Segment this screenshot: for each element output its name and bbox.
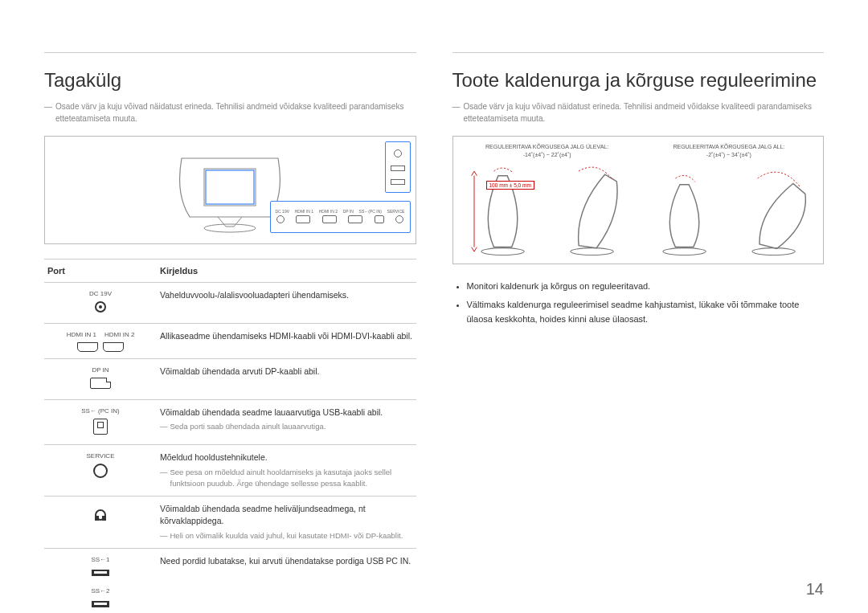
- usb-b-icon: [93, 419, 108, 435]
- table-row: SERVICE Mõeldud hooldustehnikutele. ―See…: [44, 445, 416, 496]
- table-row: SS←1 SS←2 Need pordid lubatakse, kui arv…: [44, 548, 416, 613]
- heading-back: Tagakülg: [44, 69, 416, 92]
- th-port: Port: [44, 260, 157, 283]
- right-column: Toote kaldenurga ja kõrguse reguleerimin…: [452, 52, 825, 613]
- tilt-svg-2: [547, 161, 637, 271]
- heading-tilt: Toote kaldenurga ja kõrguse reguleerimin…: [452, 69, 825, 92]
- left-column: Tagakülg ― Osade värv ja kuju võivad näi…: [44, 52, 416, 613]
- note-back: ― Osade värv ja kuju võivad näidatust er…: [44, 101, 416, 125]
- port-table: Port Kirjeldus DC 19V Vahelduvvoolu-/ala…: [44, 259, 416, 613]
- table-row: DC 19V Vahelduvvoolu-/alalisvooluadapter…: [44, 283, 416, 324]
- bottom-ports-zoom: DC 19V HDMI IN 1 HDMI IN 2 DP IN SS←(PC …: [270, 201, 411, 233]
- table-row: HDMI IN 1 HDMI IN 2 Allikaseadme ühendam…: [44, 323, 416, 358]
- hdmi-icon: [77, 342, 98, 352]
- dp-icon: [90, 378, 111, 389]
- svg-point-3: [481, 248, 523, 255]
- usb-a-icon: [92, 570, 109, 576]
- list-item: Monitori kaldenurk ja kõrgus on reguleer…: [467, 279, 825, 294]
- note-tilt: ― Osade värv ja kuju võivad näidatust er…: [452, 101, 825, 125]
- table-row: DP IN Võimaldab ühendada arvuti DP-kaabl…: [44, 358, 416, 399]
- tilt-svg-1: [458, 161, 547, 271]
- service-icon: [93, 464, 108, 478]
- list-item: Vältimaks kaldenurga reguleerimisel sead…: [467, 297, 825, 327]
- table-row: Võimaldab ühendada seadme heliväljundsea…: [44, 496, 416, 548]
- headphone-icon: [95, 509, 106, 521]
- dc-jack-icon: [95, 301, 106, 313]
- tilt-svg-3: [640, 161, 729, 271]
- th-desc: Kirjeldus: [157, 260, 416, 283]
- svg-point-7: [752, 248, 795, 255]
- usb-a-icon: [92, 601, 109, 607]
- table-row: SS← (PC IN) Võimaldab ühendada seadme la…: [44, 399, 416, 445]
- svg-rect-1: [206, 170, 254, 204]
- bullet-list: Monitori kaldenurk ja kõrgus on reguleer…: [452, 279, 825, 327]
- rear-diagram: DC 19V HDMI IN 1 HDMI IN 2 DP IN SS←(PC …: [44, 136, 416, 244]
- page-number: 14: [806, 580, 824, 599]
- svg-rect-0: [204, 169, 256, 206]
- hdmi-icon: [103, 342, 124, 352]
- svg-point-6: [663, 248, 706, 255]
- tilt-diagram: REGULEERITAVA KÕRGUSEGA JALG ÜLEVAL: -14…: [452, 136, 825, 264]
- svg-point-2: [204, 224, 256, 232]
- tilt-svg-4: [729, 161, 818, 271]
- svg-point-5: [571, 248, 613, 255]
- side-ports-zoom: [385, 141, 411, 193]
